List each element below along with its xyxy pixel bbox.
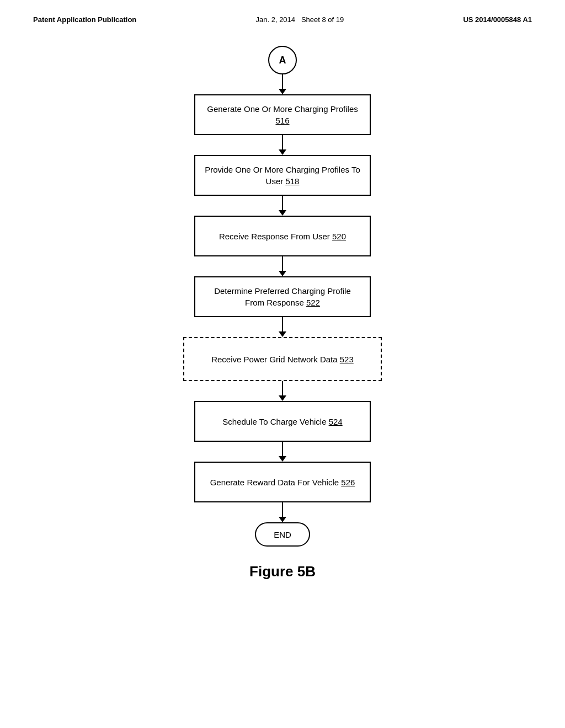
node-518: Provide One Or More Charging Profiles To… (194, 155, 371, 196)
node-516: Generate One Or More Charging Profiles 5… (194, 94, 371, 135)
arrow-7 (282, 442, 283, 457)
arrow-4 (282, 256, 283, 272)
page-header: Patent Application Publication Jan. 2, 2… (0, 0, 565, 24)
header-right: US 2014/0005848 A1 (463, 15, 532, 24)
header-sheet: Sheet 8 of 19 (301, 15, 344, 24)
node-522: Determine Preferred Charging Profile Fro… (194, 276, 371, 317)
flowchart-diagram: A Generate One Or More Charging Profiles… (0, 24, 565, 580)
node-524: Schedule To Charge Vehicle 524 (194, 401, 371, 442)
end-node: END (255, 522, 310, 547)
arrow-6 (282, 381, 283, 397)
figure-label: Figure 5B (249, 563, 316, 580)
arrow-5 (282, 317, 283, 333)
arrow-1 (282, 74, 283, 90)
header-date: Jan. 2, 2014 (256, 15, 296, 24)
arrow-8 (282, 502, 283, 518)
node-520: Receive Response From User 520 (194, 216, 371, 256)
start-node-a: A (268, 46, 297, 74)
arrow-3 (282, 196, 283, 211)
arrow-2 (282, 135, 283, 151)
header-left: Patent Application Publication (33, 15, 136, 24)
header-center: Jan. 2, 2014 Sheet 8 of 19 (256, 15, 344, 24)
node-526: Generate Reward Data For Vehicle 526 (194, 462, 371, 502)
node-523: Receive Power Grid Network Data 523 (183, 337, 382, 381)
